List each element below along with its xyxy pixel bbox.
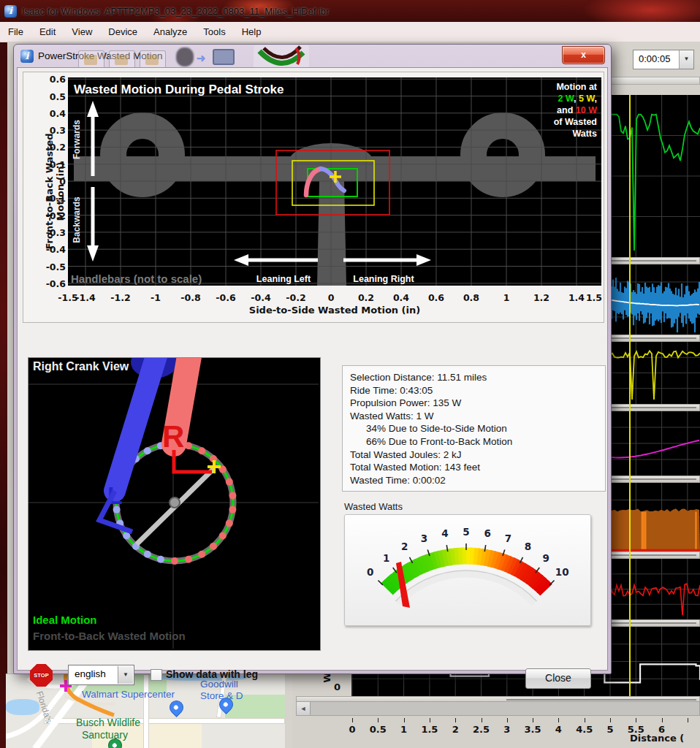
language-value[interactable]: english [69, 665, 117, 684]
wasted-motion-chart-panel: 0.60.50.40.30.20.10-0.1-0.2-0.3-0.4-0.5-… [23, 72, 604, 323]
plot-title: Wasted Motion During Pedal Stroke [74, 83, 284, 96]
svg-text:9: 9 [542, 552, 549, 564]
ghost-arrow-icon: ➜ [197, 52, 206, 65]
svg-text:10: 10 [555, 566, 569, 578]
svg-text:2 W, 5 W,: 2 W, 5 W, [558, 94, 597, 104]
desktop-wallpaper [0, 22, 7, 748]
distance-tick-label: 2.5 [473, 724, 490, 735]
strip-y-zero-label: 0 [334, 682, 341, 692]
crank-hub [170, 497, 180, 508]
map-label-walmart: Walmart Supercenter [82, 689, 175, 700]
right-leg-label: R [162, 419, 184, 454]
menu-item-view[interactable]: View [64, 23, 100, 40]
x-tick-label: 0.6 [428, 292, 444, 303]
menu-item-file[interactable]: File [0, 23, 31, 40]
ghost-pstroke-logo [254, 45, 309, 69]
dialog-client-area: 0.60.50.40.30.20.10-0.1-0.2-0.3-0.4-0.5-… [17, 67, 608, 671]
isaac-app-icon: i [4, 5, 17, 18]
y-tick-label: -0.6 [46, 278, 66, 289]
language-dropdown-button[interactable]: ▼ [118, 666, 133, 684]
distance-tick-label: 3 [503, 724, 510, 735]
stat-line: Selection Distance: 11.51 miles [350, 371, 598, 384]
distance-tick-label: 2 [452, 724, 459, 735]
show-data-with-leg-checkbox[interactable] [151, 669, 162, 681]
chart-plot-area: Forwards Backwards Leaning Left Leaning … [68, 77, 601, 286]
stat-line: Propulsion Power: 135 W [350, 397, 598, 410]
time-dropdown-button[interactable]: ▼ [679, 50, 693, 69]
dialog-titlebar: i PowerStroke Wasted Motion ➜ x [14, 45, 611, 67]
svg-text:Handlebars (not to scale): Handlebars (not to scale) [71, 272, 202, 285]
stat-line: 66% Due to Front-to-Back Motion [350, 435, 598, 449]
chart-x-axis-title: Side-to-Side Wasted Motion (in) [68, 305, 601, 316]
ride-stats-box: Selection Distance: 11.51 milesRide Time… [342, 365, 606, 492]
x-tick-label: 0 [328, 292, 335, 303]
distance-tick-label: 5 [606, 724, 613, 735]
stop-button[interactable]: STOP [30, 664, 53, 687]
dialog-close-button[interactable]: x [562, 46, 605, 64]
svg-text:3: 3 [421, 533, 427, 544]
time-combobox[interactable]: 0:00:05 ▼ [633, 50, 694, 69]
svg-text:2: 2 [401, 541, 408, 552]
chart-y-axis-title: Front-to-Back Wasted Motion (in) [44, 115, 66, 268]
x-tick-label: 0.2 [358, 292, 374, 303]
crank-legend-ideal: Ideal Motion [33, 614, 97, 626]
close-button[interactable]: Close [525, 668, 591, 689]
ghost-device-icon [176, 47, 194, 66]
x-tick-label: 1.2 [533, 292, 549, 303]
x-tick-label: -0.8 [180, 292, 200, 303]
svg-text:4: 4 [441, 527, 448, 539]
svg-text:of Wasted: of Wasted [554, 117, 597, 127]
time-value[interactable]: 0:00:05 [634, 50, 679, 69]
map-label-goodwill-1: Goodwill [200, 679, 238, 690]
x-tick-label: -0.2 [286, 292, 305, 303]
x-tick-label: -1 [151, 292, 161, 303]
wasted-watts-gauge: 012345678910 [344, 514, 591, 626]
main-window-titlebar: i Isaac for Windows: APTTP2MP3_03_23_202… [0, 0, 700, 22]
distance-tick-label: 0 [349, 724, 355, 735]
svg-text:Forwards: Forwards [72, 120, 82, 159]
x-tick-label: -0.6 [216, 292, 235, 303]
map-label-busch-1: Busch Wildlife [76, 717, 140, 728]
svg-text:8: 8 [525, 541, 531, 552]
svg-text:7: 7 [505, 533, 511, 544]
menu-item-edit[interactable]: Edit [31, 23, 64, 40]
distance-tick-label: 1.5 [421, 724, 438, 735]
dialog-icon: i [20, 50, 34, 63]
crank-view-title: Right Crank View [33, 360, 129, 373]
stat-line: Total Wasted Motion: 143 feet [350, 461, 598, 474]
svg-text:6: 6 [484, 527, 490, 539]
x-tick-label: -0.4 [251, 292, 270, 303]
distance-tick-label: 1 [400, 724, 407, 735]
svg-text:0: 0 [367, 566, 373, 578]
x-tick-label: 1.4 [568, 292, 585, 303]
svg-text:Leaning Right: Leaning Right [353, 274, 414, 284]
distance-axis-label: Distance ( [630, 733, 684, 744]
svg-text:and 10 W: and 10 W [557, 105, 597, 115]
menu-item-device[interactable]: Device [100, 23, 145, 40]
crank-drawing: L R Right Crank View Ideal Motion Front-… [28, 358, 319, 649]
menu-item-help[interactable]: Help [234, 23, 270, 40]
crank-legend-wasted: Front-to-Back Wasted Motion [33, 630, 186, 642]
main-window-title: Isaac for Windows: APTTP2MP3_03_23_2022_… [22, 6, 329, 17]
x-tick-label: 0.4 [393, 292, 409, 303]
distance-tick-label: 4.5 [576, 724, 593, 735]
wasted-motion-plot: Forwards Backwards Leaning Left Leaning … [68, 77, 601, 286]
stat-line: Total Wasted Joules: 2 kJ [350, 449, 598, 462]
stat-line: Ride Time: 0:43:05 [350, 384, 598, 397]
chart-x-ticks: -1.5-1.4-1.2-1-0.8-0.6-0.4-0.200.20.40.6… [68, 290, 601, 303]
menu-item-tools[interactable]: Tools [195, 23, 233, 40]
stat-line: Wasted Watts: 1 W [350, 410, 598, 423]
gauge-label: Wasted Watts [344, 501, 403, 512]
language-combobox[interactable]: english ▼ [68, 665, 134, 685]
x-tick-label: 0.8 [463, 292, 479, 303]
powerstroke-dialog: i PowerStroke Wasted Motion ➜ x 0.60.50.… [13, 44, 612, 674]
svg-text:Leaning Left: Leaning Left [256, 274, 311, 284]
svg-text:Backwards: Backwards [72, 196, 82, 243]
map-label-busch-2: Sanctuary [82, 729, 128, 741]
stat-line: 34% Due to Side-to-Side Motion [350, 422, 598, 435]
screen: i Isaac for Windows: APTTP2MP3_03_23_202… [0, 0, 700, 748]
distance-tick-label: 4 [555, 724, 562, 735]
distance-cursor-line[interactable] [629, 95, 631, 696]
menu-item-analyze[interactable]: Analyze [145, 23, 195, 40]
x-tick-label: 1.5 [586, 292, 602, 303]
